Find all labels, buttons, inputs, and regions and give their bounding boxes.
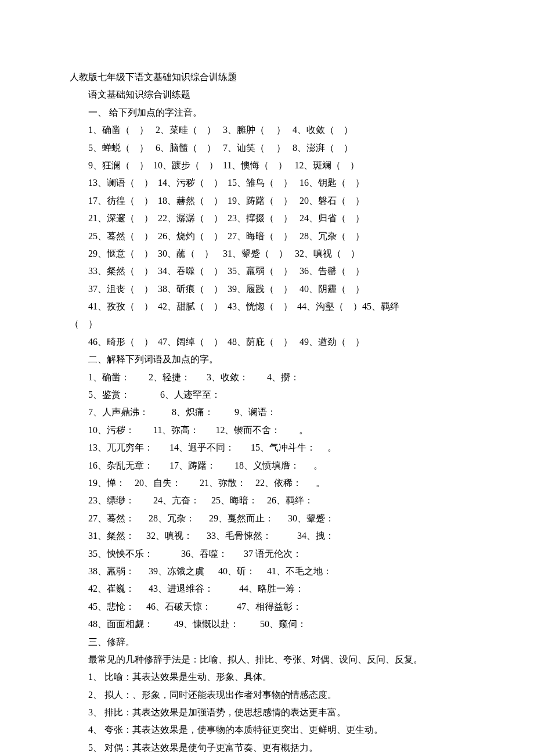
doc-subtitle: 语文基础知识综合训练题 (70, 86, 464, 103)
s1-line-7: 25、蓦然（ ） 26、烧灼（ ） 27、晦暗（ ） 28、冗杂（ ） (70, 228, 464, 245)
s1-line-11b: （ ） (70, 315, 464, 333)
s1-line-9: 33、粲然（ ） 34、吞噬（ ） 35、羸弱（ ） 36、告罄（ ） (70, 262, 464, 280)
s3-item-2: 2、 拟人：、形象，同时还能表现出作者对事物的情感态度。 (70, 686, 464, 704)
section-2-heading: 二、解释下列词语及加点的字。 (70, 351, 464, 368)
s2-line-3: 7、人声鼎沸： 8、炽痛： 9、谰语： (70, 404, 464, 421)
s1-line-11: 41、孜孜（ ） 42、甜腻（ ） 43、恍惚（ ） 44、沟壑（ ）45、羁绊 (70, 298, 464, 315)
s1-line-1: 1、确凿（ ） 2、菜畦（ ） 3、臃肿（ ） 4、收敛（ ） (70, 121, 464, 139)
doc-title: 人教版七年级下语文基础知识综合训练题 (70, 69, 464, 86)
s1-line-8: 29、惬意（ ） 30、蘸（ ） 31、颦蹙（ ） 32、嗔视（ ） (70, 245, 464, 262)
s2-line-15: 48、面面相觑： 49、慷慨以赴： 50、窥伺： (70, 615, 464, 633)
s3-item-1: 1、 比喻：其表达效果是生动、形象、具体。 (70, 668, 464, 686)
s1-line-5: 17、彷徨（ ） 18、赫然（ ） 19、踌躇（ ） 20、磐石（ ） (70, 192, 464, 210)
s2-line-6: 16、杂乱无章： 17、踌躇： 18、义愤填膺： 。 (70, 457, 464, 474)
s2-line-1: 1、确凿： 2、轻捷： 3、收敛： 4、攒： (70, 369, 464, 386)
s2-line-8: 23、缥缈： 24、亢奋： 25、晦暗： 26、羁绊： (70, 492, 464, 509)
s2-line-9: 27、蓦然： 28、冗杂： 29、戛然而止： 30、颦蹙： (70, 510, 464, 527)
s2-line-2: 5、鉴赏： 6、人迹罕至： (70, 386, 464, 404)
s1-line-2: 5、蝉蜕（ ） 6、脑髓（ ） 7、讪笑（ ） 8、澎湃（ ） (70, 139, 464, 157)
s2-line-12: 38、羸弱： 39、冻饿之虞 40、斫： 41、不毛之地： (70, 563, 464, 580)
s2-line-11: 35、怏怏不乐： 36、吞噬： 37 语无伦次： (70, 545, 464, 563)
s3-intro: 最常见的几种修辞手法是：比喻、拟人、排比、夸张、对偶、设问、反问、反复。 (70, 651, 464, 668)
s1-line-4: 13、谰语（ ） 14、污秽（ ） 15、雏鸟（ ） 16、钥匙（ ） (70, 174, 464, 192)
s2-line-13: 42、崔巍： 43、进退维谷： 44、略胜一筹： (70, 580, 464, 597)
s2-line-10: 31、粲然： 32、嗔视： 33、毛骨悚然： 34、拽： (70, 527, 464, 545)
s1-line-12: 46、畸形（ ） 47、阔绰（ ） 48、荫庇（ ） 49、遒劲（ ） (70, 333, 464, 351)
s2-line-4: 10、污秽： 11、弥高： 12、锲而不舍： 。 (70, 422, 464, 439)
s2-line-5: 13、兀兀穷年： 14、迥乎不同： 15、气冲斗牛： 。 (70, 439, 464, 456)
s1-line-6: 21、深邃（ ） 22、潺潺（ ） 23、撺掇（ ） 24、归省（ ） (70, 210, 464, 227)
s1-line-10: 37、沮丧（ ） 38、斫痕（ ） 39、履践（ ） 40、阴霾（ ） (70, 280, 464, 298)
section-1-heading: 一、 给下列加点的字注音。 (70, 104, 464, 121)
s2-line-14: 45、悲怆： 46、石破天惊： 47、相得益彰： (70, 598, 464, 615)
s3-item-5: 5、 对偶：其表达效果是使句子更富节奏、更有概括力。 (70, 739, 464, 756)
s3-item-3: 3、 排比：其表达效果是加强语势，使思想感情的表达更丰富。 (70, 704, 464, 721)
s2-line-7: 19、惮： 20、自失： 21、弥散： 22、依稀： 。 (70, 474, 464, 492)
document-page: 人教版七年级下语文基础知识综合训练题 语文基础知识综合训练题 一、 给下列加点的… (0, 0, 534, 756)
s1-line-3: 9、狂澜（ ） 10、踱步（ ） 11、懊悔（ ） 12、斑斓（ ） (70, 157, 464, 174)
section-3-heading: 三、修辞。 (70, 633, 464, 651)
s3-item-4: 4、 夸张：其表达效果是，使事物的本质特征更突出、更鲜明、更生动。 (70, 721, 464, 739)
